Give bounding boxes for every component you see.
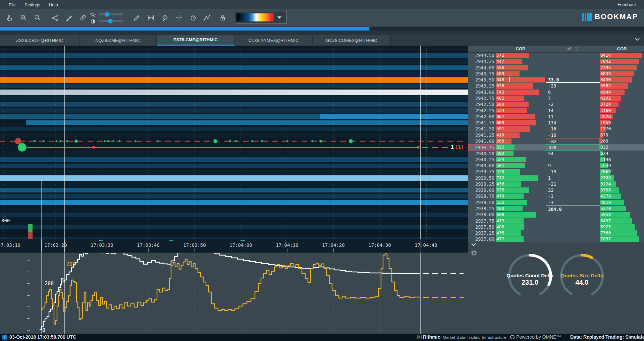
delta-value[interactable] bbox=[546, 71, 600, 77]
tab-clx8.nymex[interactable]: CLX8.NYMEX@RITHMIC bbox=[235, 35, 313, 46]
ladder-row[interactable]: 2943.5084833.06430 bbox=[468, 77, 644, 83]
brightness-slider[interactable] bbox=[99, 13, 123, 15]
delta-value[interactable] bbox=[546, 236, 600, 242]
delta-value[interactable]: 7 bbox=[546, 95, 600, 101]
ladder-row[interactable]: 2942.50560-23720 bbox=[468, 101, 644, 107]
ladder-row[interactable]: 2939.00575323799 bbox=[468, 187, 644, 193]
ladder-row[interactable]: 2943.25638-295582 bbox=[468, 83, 644, 89]
ladder-row[interactable]: 2942.00667112626 bbox=[468, 114, 644, 120]
timer-icon[interactable] bbox=[189, 14, 197, 22]
menu-item-file[interactable]: File bbox=[9, 2, 16, 7]
delta-value[interactable]: 328 bbox=[546, 144, 600, 150]
delta-value[interactable]: -13 bbox=[546, 169, 600, 175]
heatmap-chart[interactable]: 1(1) 800 bbox=[0, 46, 468, 239]
zoom-out-icon[interactable] bbox=[34, 14, 42, 22]
ladder-row[interactable]: 2937.504886925 bbox=[468, 224, 644, 230]
ladder-row[interactable]: 2939.5071912788 bbox=[468, 175, 644, 181]
delta-value[interactable]: 1 bbox=[546, 175, 600, 181]
order-book-ladder[interactable]: COB +/- COB 2944.5057284142944.254477842… bbox=[468, 46, 644, 242]
lock-icon[interactable] bbox=[219, 14, 227, 22]
delta-value[interactable]: 32 bbox=[546, 187, 600, 193]
ladder-row[interactable]: 2940.75322328322 bbox=[468, 144, 644, 150]
contrast-slider[interactable] bbox=[99, 20, 123, 22]
share-icon[interactable] bbox=[51, 14, 59, 22]
ladder-price: 2944.50 bbox=[468, 52, 495, 58]
ladder-row[interactable]: 2940.255241148 bbox=[468, 157, 644, 163]
ladder-row[interactable]: 2940.0050191649 bbox=[468, 163, 644, 169]
delta-value[interactable]: -10 bbox=[546, 132, 600, 138]
ladder-row[interactable]: 2941.756891341959 bbox=[468, 120, 644, 126]
ladder-row[interactable]: 2941.25410-10679 bbox=[468, 132, 644, 138]
replay-progress-bar[interactable] bbox=[0, 27, 644, 31]
route-icon[interactable] bbox=[203, 14, 211, 22]
delta-value[interactable]: 6 bbox=[546, 89, 600, 95]
ladder-row[interactable]: 2937.004777837 bbox=[468, 236, 644, 242]
zoom-in-icon[interactable] bbox=[19, 14, 28, 22]
ladder-row[interactable]: 2941.50591-161270 bbox=[468, 126, 644, 132]
delta-value[interactable] bbox=[546, 230, 600, 236]
info-icon[interactable]: i bbox=[2, 335, 7, 340]
delta-value[interactable]: 54 bbox=[546, 151, 600, 157]
measure-icon[interactable] bbox=[147, 14, 155, 22]
delta-value[interactable]: 134 bbox=[546, 120, 600, 126]
ladder-row[interactable]: 2938.75479-34278 bbox=[468, 193, 644, 199]
delta-value[interactable]: -21 bbox=[546, 181, 600, 187]
delta-value[interactable] bbox=[546, 218, 600, 224]
delta-value[interactable] bbox=[546, 157, 600, 163]
tab-esz8.cme[interactable]: ESZ8.CME@RITHMIC bbox=[157, 35, 235, 46]
ladder-row[interactable]: 2944.254477842 bbox=[468, 58, 644, 64]
ladder-row[interactable]: 2944.005567395 bbox=[468, 65, 644, 71]
link-icon[interactable] bbox=[79, 14, 87, 22]
delta-value[interactable]: 33.0 bbox=[546, 77, 600, 83]
delta-value[interactable]: -29 bbox=[546, 83, 600, 89]
menu-bar: FileSettingsHelp Feedback bbox=[0, 0, 644, 9]
tab-zsx8.cbot[interactable]: ZSX8.CBOT@RITHMIC bbox=[0, 35, 79, 46]
chevron-down-icon[interactable] bbox=[635, 38, 640, 41]
ladder-row[interactable]: 2939.75420-132069 bbox=[468, 169, 644, 175]
column-header-cob-ask[interactable]: COB bbox=[496, 46, 545, 51]
delta-value[interactable]: -16 bbox=[546, 126, 600, 132]
menu-item-help[interactable]: Help bbox=[49, 2, 58, 7]
column-header-cob-bid[interactable]: COB bbox=[600, 46, 644, 51]
scalpel-icon[interactable] bbox=[65, 14, 73, 22]
feedback-link[interactable]: Feedback bbox=[618, 2, 637, 7]
delta-value[interactable] bbox=[546, 224, 600, 230]
ladder-row[interactable]: 2938.006885958 bbox=[468, 212, 644, 218]
ladder-row[interactable]: 2938.25460384.05270 bbox=[468, 206, 644, 212]
delta-value[interactable]: -2 bbox=[546, 101, 600, 107]
note-icon[interactable] bbox=[161, 14, 169, 22]
ladder-row[interactable]: 2937.754796437 bbox=[468, 218, 644, 224]
replay-progress-marker[interactable] bbox=[370, 27, 370, 31]
column-header-delta[interactable]: +/- bbox=[546, 46, 600, 51]
ladder-row[interactable]: 2937.254357360 bbox=[468, 230, 644, 236]
tab-gcz8.comex[interactable]: GCZ8.COMEX@RITHMIC bbox=[313, 35, 391, 46]
delta-value[interactable] bbox=[546, 58, 600, 64]
colormap-selector[interactable] bbox=[235, 11, 287, 24]
quotes-delta-chart[interactable]: 2002000 bbox=[0, 252, 468, 334]
ladder-row[interactable]: 2938.50532-34810 bbox=[468, 200, 644, 206]
ladder-row[interactable]: 2940.5030254624 bbox=[468, 151, 644, 157]
delta-value[interactable]: 11 bbox=[546, 114, 600, 120]
ladder-row[interactable]: 2944.505728414 bbox=[468, 52, 644, 58]
delta-value[interactable] bbox=[546, 52, 600, 58]
ladder-row[interactable]: 2943.754096839 bbox=[468, 71, 644, 77]
delta-value[interactable]: -3 bbox=[546, 200, 600, 206]
menu-item-settings[interactable]: Settings bbox=[24, 2, 40, 7]
ladder-row[interactable]: 2941.00269-82269 bbox=[468, 138, 644, 144]
hand-tool-icon[interactable] bbox=[5, 14, 13, 22]
ladder-row[interactable]: 2939.25436-213224 bbox=[468, 181, 644, 187]
ladder-row[interactable]: 2942.7548274202 bbox=[468, 95, 644, 101]
delta-value[interactable] bbox=[546, 65, 600, 71]
delta-value[interactable]: -3 bbox=[546, 193, 600, 199]
delta-value[interactable]: -82 bbox=[546, 138, 600, 144]
delta-value[interactable]: 384.0 bbox=[546, 206, 600, 212]
crosshair-icon[interactable] bbox=[175, 14, 183, 22]
delta-value[interactable] bbox=[546, 212, 600, 218]
ladder-row[interactable]: 2943.0074264944 bbox=[468, 89, 644, 95]
brightness-contrast-sliders[interactable] bbox=[90, 12, 127, 24]
delta-value[interactable]: 14 bbox=[546, 108, 600, 114]
tab-nqz8.cme[interactable]: NQZ8.CME@RITHMIC bbox=[79, 35, 157, 46]
ladder-row[interactable]: 2942.25534143160 bbox=[468, 108, 644, 114]
pencil-icon[interactable] bbox=[133, 14, 141, 22]
delta-value[interactable]: 9 bbox=[546, 163, 600, 169]
